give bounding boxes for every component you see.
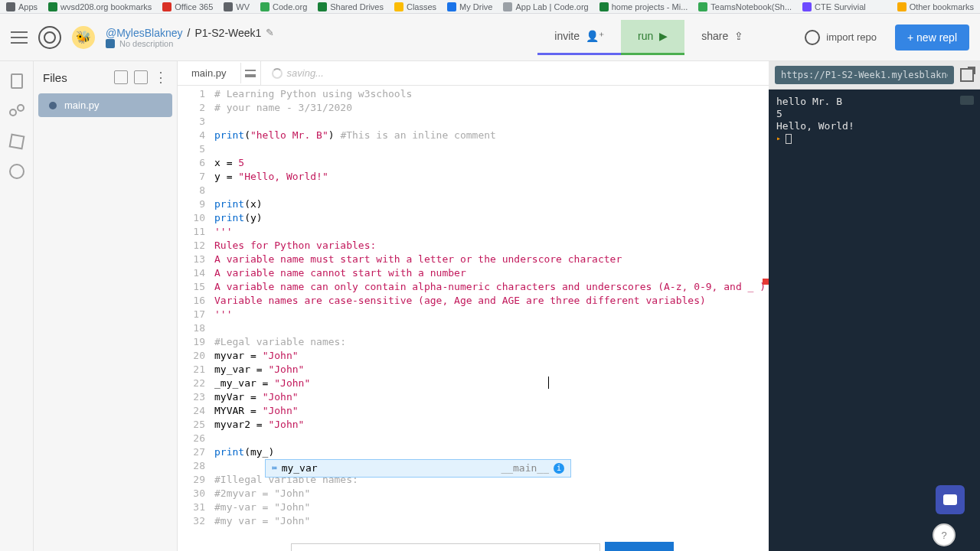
repl-url-bar bbox=[769, 61, 980, 90]
error-marker[interactable] bbox=[763, 279, 769, 285]
code-line[interactable] bbox=[211, 321, 769, 335]
bookmark-item[interactable]: wvsd208.org bookmarks bbox=[48, 2, 152, 11]
bookmark-item[interactable]: CTE Survivial bbox=[802, 2, 866, 11]
replit-logo[interactable] bbox=[38, 26, 61, 49]
autocomplete-popup[interactable]: ≔my_var __main__i bbox=[265, 459, 571, 478]
console-line: 5 bbox=[776, 108, 972, 120]
console-prompt[interactable]: ▸ bbox=[776, 132, 972, 145]
new-folder-icon[interactable] bbox=[134, 70, 148, 84]
info-icon[interactable]: i bbox=[554, 463, 564, 474]
sidebar-rail bbox=[0, 61, 34, 551]
code-line[interactable]: A variable name must start with a letter… bbox=[211, 253, 769, 266]
editor-tab[interactable]: main.py bbox=[178, 63, 241, 83]
files-more-icon[interactable]: ⋮ bbox=[154, 69, 168, 86]
project-info: @MylesBlakney/ P1-S2-Week1 ✎ No descript… bbox=[106, 27, 274, 48]
bookmark-item[interactable]: My Drive bbox=[447, 2, 492, 11]
code-line[interactable]: y = "Hello, World!" bbox=[211, 170, 769, 184]
code-line[interactable]: A variable name can only contain alpha-n… bbox=[211, 280, 769, 294]
code-content[interactable]: # Learning Python using w3schools# your … bbox=[211, 86, 769, 551]
version-control-icon[interactable] bbox=[9, 104, 24, 119]
share-button[interactable]: share⇪ bbox=[684, 20, 760, 55]
code-line[interactable]: # Learning Python using w3schools bbox=[211, 87, 769, 101]
bookmark-other[interactable]: Other bookmarks bbox=[897, 2, 974, 11]
import-repo-button[interactable]: import repo bbox=[794, 24, 887, 51]
share-icon: ⇪ bbox=[734, 30, 743, 42]
text-cursor bbox=[548, 377, 549, 389]
github-icon bbox=[805, 30, 820, 45]
code-line[interactable] bbox=[211, 432, 769, 445]
file-name: main.py bbox=[64, 99, 100, 111]
chat-icon bbox=[943, 494, 957, 505]
code-line[interactable]: MYVAR = "John" bbox=[211, 404, 769, 418]
add-user-icon: 👤⁺ bbox=[586, 30, 604, 42]
code-line[interactable] bbox=[211, 142, 769, 156]
project-owner[interactable]: @MylesBlakney bbox=[106, 27, 183, 39]
settings-icon[interactable] bbox=[9, 164, 24, 179]
bottom-bar bbox=[291, 540, 674, 551]
code-line[interactable]: #2myvar = "John" bbox=[211, 487, 769, 500]
chat-button[interactable] bbox=[936, 485, 965, 514]
code-line[interactable]: x = 5 bbox=[211, 156, 769, 170]
code-line[interactable]: print(y) bbox=[211, 211, 769, 225]
packages-icon[interactable] bbox=[8, 134, 24, 150]
bookmark-item[interactable]: Office 365 bbox=[162, 2, 213, 11]
markdown-preview-icon[interactable] bbox=[241, 61, 261, 85]
bookmark-item[interactable]: TeamsNotebook(Sh... bbox=[698, 2, 792, 11]
bookmark-item[interactable]: home projects - Mi... bbox=[599, 2, 688, 11]
code-line[interactable]: _my_var = "John" bbox=[211, 377, 769, 390]
suggestion-kind-icon: ≔ bbox=[272, 461, 277, 475]
code-line[interactable]: print(x) bbox=[211, 197, 769, 211]
bookmark-item[interactable]: Classes bbox=[394, 2, 436, 11]
code-line[interactable]: #my var = "John" bbox=[211, 514, 769, 528]
play-icon: ▶ bbox=[659, 30, 668, 42]
console-line: hello Mr. B bbox=[776, 96, 972, 108]
code-line[interactable]: myVar = "John" bbox=[211, 390, 769, 404]
code-line[interactable]: myvar2 = "John" bbox=[211, 418, 769, 432]
code-line[interactable]: # your name - 3/31/2020 bbox=[211, 101, 769, 115]
main-area: Files ⋮ main.py main.py saving... 123456… bbox=[0, 61, 980, 551]
new-repl-button[interactable]: + new repl bbox=[895, 24, 969, 51]
code-line[interactable]: A variable name cannot start with a numb… bbox=[211, 266, 769, 280]
edit-name-icon[interactable]: ✎ bbox=[266, 27, 274, 38]
bookmark-apps[interactable]: Apps bbox=[6, 2, 38, 11]
code-editor[interactable]: 1234567891011121314151617181920212223242… bbox=[178, 86, 769, 551]
line-gutter: 1234567891011121314151617181920212223242… bbox=[178, 86, 211, 551]
code-line[interactable]: #Legal variable names: bbox=[211, 335, 769, 349]
editor-area: main.py saving... 1234567891011121314151… bbox=[178, 61, 769, 551]
run-button[interactable]: run▶ bbox=[621, 20, 684, 55]
files-icon[interactable] bbox=[11, 73, 23, 89]
code-line[interactable] bbox=[211, 115, 769, 129]
bottom-input[interactable] bbox=[291, 543, 600, 551]
console-output[interactable]: hello Mr. B5Hello, World! ▸ bbox=[769, 90, 980, 551]
bookmark-item[interactable]: App Lab | Code.org bbox=[503, 2, 588, 11]
project-description: No description bbox=[119, 39, 173, 48]
autocomplete-suggestion[interactable]: my_var bbox=[282, 461, 318, 475]
code-line[interactable]: Rules for Python variables: bbox=[211, 239, 769, 253]
avatar[interactable]: 🐝 bbox=[72, 26, 95, 49]
python-icon bbox=[106, 39, 115, 48]
code-line[interactable]: print("hello Mr. B") #This is an inline … bbox=[211, 129, 769, 142]
code-line[interactable]: myvar = "John" bbox=[211, 349, 769, 363]
python-file-icon bbox=[49, 102, 57, 109]
files-title: Files bbox=[43, 71, 108, 84]
code-line[interactable]: ''' bbox=[211, 225, 769, 239]
repl-url-input[interactable] bbox=[775, 66, 954, 84]
code-line[interactable]: print(my_) bbox=[211, 445, 769, 459]
menu-icon[interactable] bbox=[11, 31, 28, 44]
code-line[interactable]: Variable names are case-sensitive (age, … bbox=[211, 294, 769, 308]
code-line[interactable] bbox=[211, 184, 769, 197]
help-button[interactable]: ? bbox=[933, 523, 956, 546]
code-line[interactable]: ''' bbox=[211, 308, 769, 321]
code-line[interactable]: #my-var = "John" bbox=[211, 500, 769, 514]
bookmark-item[interactable]: Code.org bbox=[260, 2, 307, 11]
bookmark-item[interactable]: WV bbox=[224, 2, 250, 11]
bookmarks-bar: Apps wvsd208.org bookmarksOffice 365WVCo… bbox=[0, 0, 980, 14]
code-line[interactable]: my_var = "John" bbox=[211, 363, 769, 377]
invite-button[interactable]: invite👤⁺ bbox=[537, 20, 621, 55]
open-external-icon[interactable] bbox=[960, 68, 974, 82]
bookmark-item[interactable]: Shared Drives bbox=[318, 2, 384, 11]
new-file-icon[interactable] bbox=[114, 70, 128, 84]
file-item[interactable]: main.py bbox=[38, 93, 172, 117]
clear-console-icon[interactable] bbox=[960, 96, 974, 105]
bottom-action-button[interactable] bbox=[605, 542, 674, 551]
